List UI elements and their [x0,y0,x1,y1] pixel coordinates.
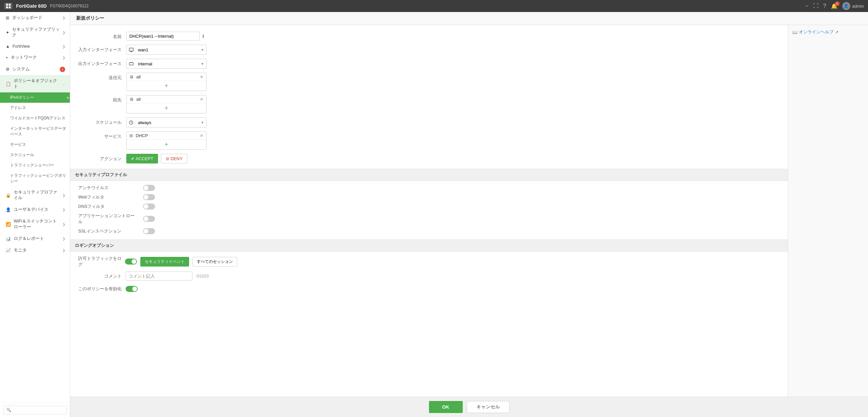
sidebar-item-wildcard-fqdn[interactable]: ワイルドカードFQDNアドレス [0,113,70,124]
sidebar-item-monitor[interactable]: 📈 モニタ ❯ [0,245,70,256]
name-field: ℹ [126,32,207,41]
dest-tag-icon: 🖥 [129,97,134,102]
star-icon[interactable]: ★ [66,95,70,100]
dns-filter-row: DNSフィルタ [78,204,780,209]
info-icon[interactable]: ℹ [203,34,204,39]
sidebar-item-label: セキュリティプロファイル [14,189,60,201]
svg-line-9 [131,123,132,123]
name-row: 名前 ℹ [78,32,780,41]
topbar: FortiGate 60D FGT60D4Q16079122 − ⛶ ? 🔔 2… [0,0,868,12]
user-menu[interactable]: 👤 admin [842,2,864,10]
comment-input[interactable] [126,272,192,281]
action-row: アクション ✔ ACCEPT ⊘ DENY [78,154,780,164]
external-link-icon: ↗ [835,30,839,35]
chevron-right-icon: ❯ [62,45,65,48]
dns-filter-toggle[interactable] [143,204,155,209]
sidebar-item-address[interactable]: アドレス [0,103,70,113]
source-field: 🖥 all ✕ + [126,73,207,91]
source-tag-icon: 🖥 [129,74,134,79]
deny-button[interactable]: ⊘ DENY [161,154,188,164]
svg-rect-0 [129,48,133,51]
dest-remove-button[interactable]: ✕ [190,97,204,102]
topbar-left: FortiGate 60D FGT60D4Q16079122 [4,3,89,9]
output-interface-select[interactable]: internal [136,60,199,68]
sidebar-item-label: ダッシュボード [12,15,42,21]
ok-button[interactable]: OK [429,401,463,413]
monitor-icon: 📈 [6,248,11,253]
sidebar-item-ipv4policy[interactable]: IPv4ポリシー ★ [0,93,70,103]
log-security-event-button[interactable]: セキュリティイベント [140,257,189,267]
app-control-toggle[interactable] [143,216,155,222]
sidebar-item-label: システム [12,66,30,72]
security-fabric-icon: ✦ [6,30,9,35]
sidebar-child-label: ワイルドカードFQDNアドレス [10,115,65,121]
sidebar-item-dashboard[interactable]: ⊞ ダッシュボード ❯ [0,12,70,24]
sidebar: ⊞ ダッシュボード ❯ ✦ セキュリティファブリック ❯ ▲ FortiView… [0,12,70,417]
app-title: FortiGate 60D [16,3,47,9]
sidebar-item-fortiview[interactable]: ▲ FortiView ❯ [0,41,70,52]
sidebar-item-label: ユーザ＆デバイス [14,207,49,212]
dest-field: 🖥 all ✕ + [126,95,207,113]
sidebar-child-label: アドレス [10,105,26,111]
dest-add-button[interactable]: + [127,103,206,113]
main-layout: ⊞ ダッシュボード ❯ ✦ セキュリティファブリック ❯ ▲ FortiView… [0,12,868,417]
sidebar-item-traffic-shaping-policy[interactable]: トラフィックシェーピングポリシー [0,171,70,186]
log-all-sessions-button[interactable]: すべてのセッション [192,257,237,267]
sidebar-search-input[interactable] [3,406,66,414]
schedule-select-wrap: always ▼ [126,117,207,128]
antivirus-row: アンチウイルス [78,185,780,191]
dashboard-icon: ⊞ [6,15,9,20]
log-traffic-row: 許可トラフィックをログ セキュリティイベント すべてのセッション [78,255,780,268]
service-remove-button[interactable]: ✕ [190,133,204,138]
sidebar-item-system[interactable]: ⚙ システム 1 [0,63,70,75]
input-interface-select-wrap: wan1 ▼ [126,45,207,55]
input-interface-field: wan1 ▼ [126,45,207,55]
footer: OK キャンセル [70,397,868,417]
schedule-select[interactable]: always [136,118,199,127]
online-help-link[interactable]: 📖 オンラインヘルプ ↗ [792,29,864,35]
web-filter-row: Webフィルタ [78,194,780,200]
main-content: 新規ポリシー 名前 ℹ 入力インターフェース [70,12,868,417]
form-panel: 名前 ℹ 入力インターフェース [70,25,788,397]
ssl-inspection-row: SSLインスペクション [78,228,780,234]
minimize-icon[interactable]: − [805,3,808,9]
accept-button[interactable]: ✔ ACCEPT [126,154,158,164]
log-traffic-toggle[interactable] [125,258,137,265]
chevron-right-icon: ❯ [62,237,65,241]
sidebar-item-service[interactable]: サービス [0,139,70,150]
ssl-inspection-toggle[interactable] [143,228,155,234]
chevron-down-icon: ⌄ [62,82,65,86]
schedule-label: スケジュール [78,117,122,126]
antivirus-toggle[interactable] [143,185,155,191]
notification-bell[interactable]: 🔔 2 [831,3,838,9]
sidebar-item-security-profiles[interactable]: 🔒 セキュリティプロファイル ❯ [0,186,70,204]
chevron-right-icon: ❯ [62,56,65,59]
sidebar-item-policy-objects[interactable]: 📋 ポリシー＆オブジェクト ⌄ [0,75,70,93]
service-label: サービス [78,132,122,139]
input-interface-select[interactable]: wan1 [136,46,199,54]
sidebar-item-internet-service-db[interactable]: インターネットサービスデータベース [0,124,70,139]
comment-label: コメント [78,273,122,279]
source-remove-button[interactable]: ✕ [190,74,204,79]
sidebar-item-user-devices[interactable]: 👤 ユーザ＆デバイス ❯ [0,204,70,215]
expand-icon[interactable]: ⛶ [813,3,818,9]
ssl-inspection-label: SSLインスペクション [78,228,138,234]
service-add-button[interactable]: + [127,139,206,149]
comment-row: コメント 0/1023 [78,272,780,281]
source-tag-all: all [136,74,141,79]
sidebar-item-network[interactable]: + ネットワーク ❯ [0,52,70,63]
topbar-right: − ⛶ ? 🔔 2 👤 admin [805,2,864,10]
sidebar-item-traffic-shaper[interactable]: トラフィックシェーパー [0,160,70,171]
sidebar-item-wifi-switch[interactable]: 📶 WiFi＆スイッチコントローラー ❯ [0,215,70,233]
name-input[interactable] [126,32,200,41]
cancel-button[interactable]: キャンセル [467,401,509,413]
help-icon[interactable]: ? [823,3,826,9]
sidebar-item-log-report[interactable]: 📊 ログ＆レポート ❯ [0,233,70,245]
sidebar-item-security-fabric[interactable]: ✦ セキュリティファブリック ❯ [0,24,70,41]
sidebar-item-schedule[interactable]: スケジュール [0,150,70,160]
enable-policy-toggle[interactable] [126,286,138,292]
web-filter-toggle[interactable] [143,194,155,200]
chevron-right-icon: ❯ [62,222,65,226]
source-add-button[interactable]: + [127,81,206,91]
system-badge: 1 [60,67,65,72]
